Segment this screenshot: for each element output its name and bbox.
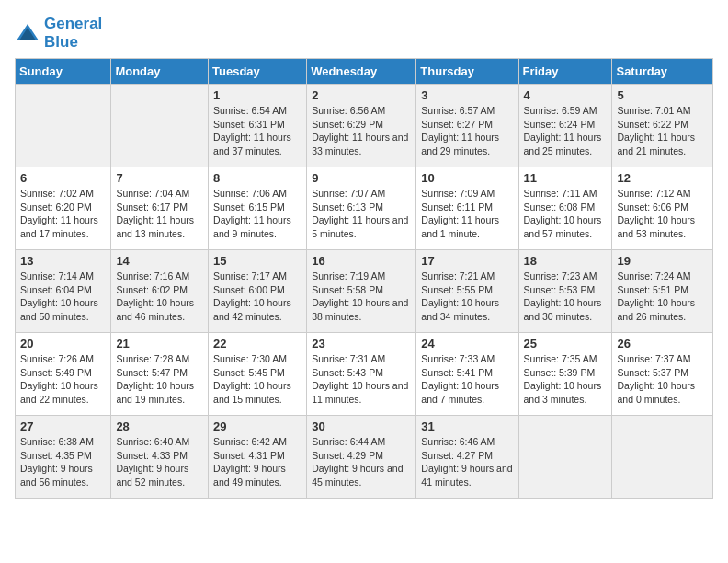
day-info: Sunrise: 6:59 AM Sunset: 6:24 PM Dayligh… [524,104,608,158]
day-number: 19 [617,254,708,268]
day-number: 5 [617,88,708,102]
calendar-week-row: 20Sunrise: 7:26 AM Sunset: 5:49 PM Dayli… [16,333,713,416]
calendar-cell: 12Sunrise: 7:12 AM Sunset: 6:06 PM Dayli… [612,167,713,250]
day-info: Sunrise: 6:40 AM Sunset: 4:33 PM Dayligh… [116,435,203,489]
calendar-cell: 29Sunrise: 6:42 AM Sunset: 4:31 PM Dayli… [209,416,307,499]
calendar-cell [518,416,612,499]
day-info: Sunrise: 7:04 AM Sunset: 6:17 PM Dayligh… [116,187,203,241]
calendar-cell: 14Sunrise: 7:16 AM Sunset: 6:02 PM Dayli… [111,250,209,333]
day-info: Sunrise: 7:33 AM Sunset: 5:41 PM Dayligh… [421,352,513,407]
day-info: Sunrise: 6:46 AM Sunset: 4:27 PM Dayligh… [421,435,513,489]
day-info: Sunrise: 7:35 AM Sunset: 5:39 PM Dayligh… [524,352,608,407]
calendar-cell [111,85,209,167]
calendar-cell: 9Sunrise: 7:07 AM Sunset: 6:13 PM Daylig… [307,167,416,250]
calendar-cell: 4Sunrise: 6:59 AM Sunset: 6:24 PM Daylig… [518,85,612,167]
calendar-cell: 15Sunrise: 7:17 AM Sunset: 6:00 PM Dayli… [209,250,307,333]
day-info: Sunrise: 7:31 AM Sunset: 5:43 PM Dayligh… [312,352,411,407]
calendar-cell: 25Sunrise: 7:35 AM Sunset: 5:39 PM Dayli… [518,333,612,416]
weekday-header: Thursday [416,59,518,85]
day-info: Sunrise: 7:14 AM Sunset: 6:04 PM Dayligh… [20,270,106,324]
day-number: 25 [524,337,608,350]
day-number: 22 [213,337,301,350]
calendar-cell [612,416,713,499]
calendar-cell: 8Sunrise: 7:06 AM Sunset: 6:15 PM Daylig… [209,167,307,250]
day-info: Sunrise: 7:24 AM Sunset: 5:51 PM Dayligh… [617,270,708,324]
day-number: 12 [617,171,708,185]
day-number: 4 [524,88,608,102]
day-number: 16 [312,254,411,268]
day-info: Sunrise: 6:38 AM Sunset: 4:35 PM Dayligh… [20,435,106,489]
calendar-cell [16,85,111,167]
day-info: Sunrise: 7:02 AM Sunset: 6:20 PM Dayligh… [20,187,106,241]
day-number: 14 [116,254,203,268]
day-number: 28 [116,419,203,433]
calendar-cell: 19Sunrise: 7:24 AM Sunset: 5:51 PM Dayli… [612,250,713,333]
calendar-cell: 5Sunrise: 7:01 AM Sunset: 6:22 PM Daylig… [612,85,713,167]
day-info: Sunrise: 6:42 AM Sunset: 4:31 PM Dayligh… [213,435,301,489]
day-info: Sunrise: 7:07 AM Sunset: 6:13 PM Dayligh… [312,187,411,241]
calendar-cell: 3Sunrise: 6:57 AM Sunset: 6:27 PM Daylig… [416,85,518,167]
day-number: 3 [421,88,513,102]
calendar-cell: 6Sunrise: 7:02 AM Sunset: 6:20 PM Daylig… [16,167,111,250]
day-number: 17 [421,254,513,268]
logo-text: General Blue [44,15,102,51]
calendar-cell: 17Sunrise: 7:21 AM Sunset: 5:55 PM Dayli… [416,250,518,333]
day-number: 8 [213,171,301,185]
day-number: 30 [312,419,411,433]
day-info: Sunrise: 7:23 AM Sunset: 5:53 PM Dayligh… [524,270,608,324]
calendar-cell: 31Sunrise: 6:46 AM Sunset: 4:27 PM Dayli… [416,416,518,499]
calendar-cell: 21Sunrise: 7:28 AM Sunset: 5:47 PM Dayli… [111,333,209,416]
header-row: SundayMondayTuesdayWednesdayThursdayFrid… [16,59,713,85]
day-info: Sunrise: 7:30 AM Sunset: 5:45 PM Dayligh… [213,352,301,407]
calendar-header: SundayMondayTuesdayWednesdayThursdayFrid… [16,59,713,85]
day-info: Sunrise: 7:16 AM Sunset: 6:02 PM Dayligh… [116,270,203,324]
logo: General Blue [15,15,102,51]
logo-icon [15,20,40,46]
calendar-cell: 27Sunrise: 6:38 AM Sunset: 4:35 PM Dayli… [16,416,111,499]
day-info: Sunrise: 6:56 AM Sunset: 6:29 PM Dayligh… [312,104,411,158]
weekday-header: Tuesday [209,59,307,85]
day-info: Sunrise: 7:17 AM Sunset: 6:00 PM Dayligh… [213,270,301,324]
weekday-header: Monday [111,59,209,85]
calendar-week-row: 27Sunrise: 6:38 AM Sunset: 4:35 PM Dayli… [16,416,713,499]
weekday-header: Wednesday [307,59,416,85]
calendar-table: SundayMondayTuesdayWednesdayThursdayFrid… [15,58,713,499]
day-info: Sunrise: 7:06 AM Sunset: 6:15 PM Dayligh… [213,187,301,241]
day-number: 10 [421,171,513,185]
day-info: Sunrise: 7:09 AM Sunset: 6:11 PM Dayligh… [421,187,513,241]
day-info: Sunrise: 6:57 AM Sunset: 6:27 PM Dayligh… [421,104,513,158]
weekday-header: Saturday [612,59,713,85]
calendar-cell: 1Sunrise: 6:54 AM Sunset: 6:31 PM Daylig… [209,85,307,167]
calendar-cell: 23Sunrise: 7:31 AM Sunset: 5:43 PM Dayli… [307,333,416,416]
day-info: Sunrise: 7:21 AM Sunset: 5:55 PM Dayligh… [421,270,513,324]
day-info: Sunrise: 7:26 AM Sunset: 5:49 PM Dayligh… [20,352,106,407]
calendar-cell: 20Sunrise: 7:26 AM Sunset: 5:49 PM Dayli… [16,333,111,416]
day-number: 7 [116,171,203,185]
day-info: Sunrise: 7:19 AM Sunset: 5:58 PM Dayligh… [312,270,411,324]
day-number: 20 [20,337,106,350]
calendar-cell: 26Sunrise: 7:37 AM Sunset: 5:37 PM Dayli… [612,333,713,416]
calendar-week-row: 1Sunrise: 6:54 AM Sunset: 6:31 PM Daylig… [16,85,713,167]
day-number: 9 [312,171,411,185]
calendar-week-row: 13Sunrise: 7:14 AM Sunset: 6:04 PM Dayli… [16,250,713,333]
day-number: 13 [20,254,106,268]
day-number: 6 [20,171,106,185]
day-info: Sunrise: 7:37 AM Sunset: 5:37 PM Dayligh… [617,352,708,407]
calendar-cell: 22Sunrise: 7:30 AM Sunset: 5:45 PM Dayli… [209,333,307,416]
day-number: 1 [213,88,301,102]
day-number: 29 [213,419,301,433]
calendar-cell: 7Sunrise: 7:04 AM Sunset: 6:17 PM Daylig… [111,167,209,250]
calendar-cell: 2Sunrise: 6:56 AM Sunset: 6:29 PM Daylig… [307,85,416,167]
day-number: 2 [312,88,411,102]
day-number: 31 [421,419,513,433]
day-number: 27 [20,419,106,433]
calendar-week-row: 6Sunrise: 7:02 AM Sunset: 6:20 PM Daylig… [16,167,713,250]
day-number: 15 [213,254,301,268]
calendar-body: 1Sunrise: 6:54 AM Sunset: 6:31 PM Daylig… [16,85,713,499]
weekday-header: Sunday [16,59,111,85]
day-info: Sunrise: 7:28 AM Sunset: 5:47 PM Dayligh… [116,352,203,407]
calendar-cell: 24Sunrise: 7:33 AM Sunset: 5:41 PM Dayli… [416,333,518,416]
calendar-cell: 13Sunrise: 7:14 AM Sunset: 6:04 PM Dayli… [16,250,111,333]
calendar-cell: 10Sunrise: 7:09 AM Sunset: 6:11 PM Dayli… [416,167,518,250]
calendar-cell: 18Sunrise: 7:23 AM Sunset: 5:53 PM Dayli… [518,250,612,333]
